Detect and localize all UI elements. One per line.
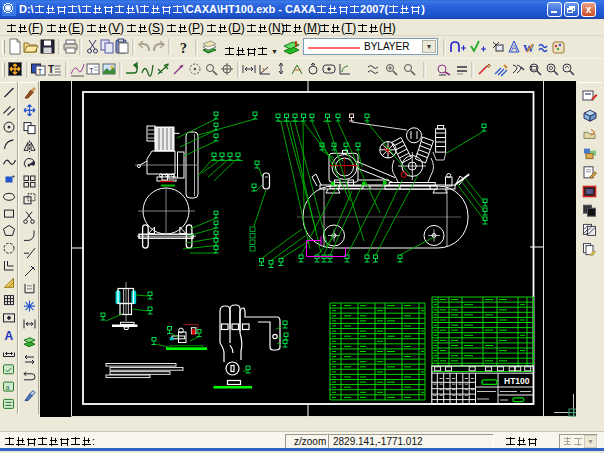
svg-text:a: a [6, 384, 10, 391]
svg-text:HT100: HT100 [504, 376, 530, 386]
svg-text:A: A [5, 329, 14, 343]
svg-text:T: T [89, 66, 94, 75]
svg-text:?: ? [180, 41, 187, 56]
svg-text:T: T [48, 64, 54, 75]
svg-text:T: T [38, 67, 43, 76]
svg-text:A: A [511, 43, 517, 53]
